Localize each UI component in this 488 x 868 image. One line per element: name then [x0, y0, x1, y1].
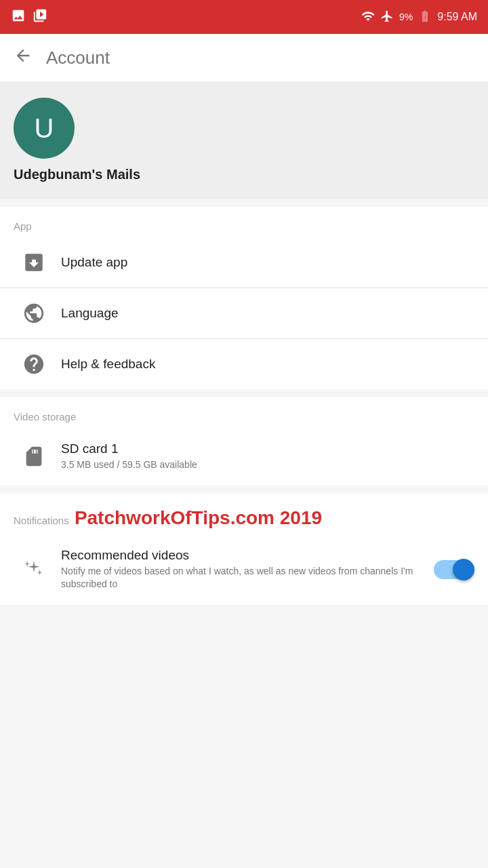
help-feedback-title: Help & feedback [61, 357, 474, 372]
recommended-videos-item[interactable]: Recommended videos Notify me of videos b… [0, 534, 488, 605]
sd-card-title: SD card 1 [61, 441, 474, 456]
image-icon [11, 8, 26, 26]
video-storage-section-header: Video storage [0, 397, 488, 428]
update-icon [14, 251, 54, 274]
app-section: App Update app Language Help & feedback [0, 207, 488, 389]
sdcard-icon [14, 445, 54, 468]
section-divider-1 [0, 199, 488, 207]
status-bar-right: 9% 9:59 AM [361, 9, 477, 25]
wifi-icon [361, 9, 375, 25]
notifications-section-header: Notifications PatchworkOfTips.com 2019 [0, 494, 488, 534]
battery-text: 9% [399, 12, 413, 22]
language-content: Language [54, 306, 474, 321]
recommended-videos-subtitle: Notify me of videos based on what I watc… [61, 565, 434, 591]
avatar: U [14, 98, 75, 159]
battery-icon [418, 9, 432, 25]
recommended-videos-toggle[interactable] [434, 559, 474, 580]
globe-icon [14, 302, 54, 325]
page-title: Account [46, 47, 110, 68]
sparkle-icon [14, 558, 54, 581]
section-divider-2 [0, 389, 488, 397]
update-app-item[interactable]: Update app [0, 237, 488, 288]
time-display: 9:59 AM [437, 11, 477, 23]
status-bar: 9% 9:59 AM [0, 0, 488, 34]
help-feedback-item[interactable]: Help & feedback [0, 339, 488, 389]
toggle-thumb [453, 559, 474, 580]
watermark: PatchworkOfTips.com 2019 [75, 507, 322, 528]
sd-card-item[interactable]: SD card 1 3.5 MB used / 59.5 GB availabl… [0, 428, 488, 486]
update-app-title: Update app [61, 255, 474, 270]
profile-name: Udegbunam's Mails [14, 167, 140, 182]
update-app-content: Update app [54, 255, 474, 270]
sd-card-subtitle: 3.5 MB used / 59.5 GB available [61, 458, 474, 472]
profile-section: U Udegbunam's Mails [0, 81, 488, 199]
video-icon [33, 8, 47, 26]
help-icon [14, 353, 54, 376]
back-button[interactable] [14, 46, 33, 70]
app-bar: Account [0, 34, 488, 81]
notifications-section: Notifications PatchworkOfTips.com 2019 R… [0, 494, 488, 605]
recommended-videos-title: Recommended videos [61, 548, 434, 563]
language-item[interactable]: Language [0, 288, 488, 339]
section-divider-3 [0, 486, 488, 494]
language-title: Language [61, 306, 474, 321]
airplane-icon [380, 9, 394, 25]
status-bar-left [11, 8, 47, 26]
video-storage-section: Video storage SD card 1 3.5 MB used / 59… [0, 397, 488, 486]
recommended-videos-content: Recommended videos Notify me of videos b… [54, 548, 434, 591]
help-feedback-content: Help & feedback [54, 357, 474, 372]
app-section-header: App [0, 207, 488, 237]
sd-card-content: SD card 1 3.5 MB used / 59.5 GB availabl… [54, 441, 474, 472]
